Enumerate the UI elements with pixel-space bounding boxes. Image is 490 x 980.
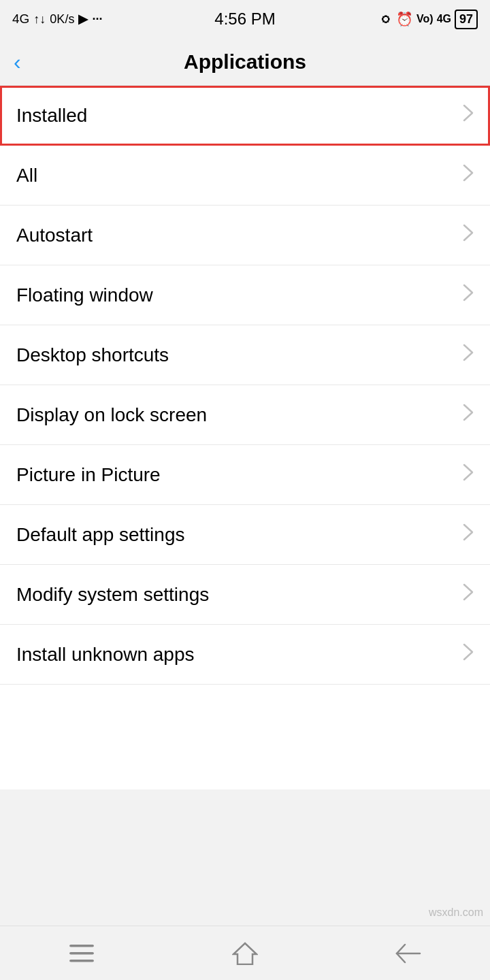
chevron-icon-picture-in-picture [463,463,474,486]
status-bar: 4G ↑↓ 0K/s ▶ ··· 4:56 PM ⭘ ⏰ Vo) 4G 97 [0,0,490,38]
chevron-icon-modify-system-settings [463,583,474,606]
nav-bar [0,926,490,980]
header: ‹ Applications [0,38,490,86]
list-item-label-default-app-settings: Default app settings [16,524,185,546]
alarm-icon: ⏰ [396,11,413,27]
list-item-default-app-settings[interactable]: Default app settings [0,505,490,565]
bluetooth-icon: ⭘ [379,12,393,27]
svg-rect-2 [69,960,94,962]
list-item-display-lock-screen[interactable]: Display on lock screen [0,385,490,445]
page-title: Applications [184,50,306,74]
back-button[interactable]: ‹ [14,51,21,73]
list-item-desktop-shortcuts[interactable]: Desktop shortcuts [0,325,490,385]
lte-icon: Vo) [416,13,434,25]
back-nav-icon[interactable] [388,933,429,974]
home-nav-icon[interactable] [225,933,265,974]
menu-nav-icon[interactable] [61,933,102,974]
list-item-label-picture-in-picture: Picture in Picture [16,464,161,486]
list-item-install-unknown-apps[interactable]: Install unknown apps [0,625,490,685]
4g-badge: 4G [437,13,451,25]
chevron-icon-floating-window [463,284,474,306]
chevron-icon-display-lock-screen [463,404,474,426]
status-left: 4G ↑↓ 0K/s ▶ ··· [12,12,102,27]
menu-list: InstalledAllAutostartFloating windowDesk… [0,86,490,789]
list-item-label-modify-system-settings: Modify system settings [16,584,209,606]
signal-icon: ↑↓ [33,12,46,27]
battery-indicator: 97 [455,10,478,29]
list-item-label-floating-window: Floating window [16,284,153,306]
network-info: 4G [12,12,29,27]
chevron-icon-autostart [463,224,474,246]
speed-info: 0K/s [50,12,74,27]
status-time: 4:56 PM [214,10,275,29]
chevron-icon-installed [463,104,474,127]
list-item-label-display-lock-screen: Display on lock screen [16,404,207,426]
media-icon: ▶ [78,12,88,27]
chevron-icon-default-app-settings [463,523,474,546]
list-item-autostart[interactable]: Autostart [0,206,490,265]
list-item-label-desktop-shortcuts: Desktop shortcuts [16,344,169,366]
list-item-label-all: All [16,165,37,186]
list-item-modify-system-settings[interactable]: Modify system settings [0,565,490,625]
list-item-label-installed: Installed [16,105,87,127]
svg-rect-0 [69,945,94,947]
watermark: wsxdn.com [429,906,483,919]
list-item-label-autostart: Autostart [16,225,93,246]
dots-icon: ··· [92,12,102,27]
list-item-installed[interactable]: Installed [0,86,490,146]
list-item-label-install-unknown-apps: Install unknown apps [16,644,195,666]
chevron-icon-install-unknown-apps [463,643,474,666]
status-right: ⭘ ⏰ Vo) 4G 97 [379,10,478,29]
bottom-space [0,789,490,926]
list-item-floating-window[interactable]: Floating window [0,265,490,325]
list-item-picture-in-picture[interactable]: Picture in Picture [0,445,490,505]
svg-rect-1 [69,952,94,955]
chevron-icon-all [463,164,474,186]
chevron-icon-desktop-shortcuts [463,344,474,366]
list-item-all[interactable]: All [0,146,490,206]
